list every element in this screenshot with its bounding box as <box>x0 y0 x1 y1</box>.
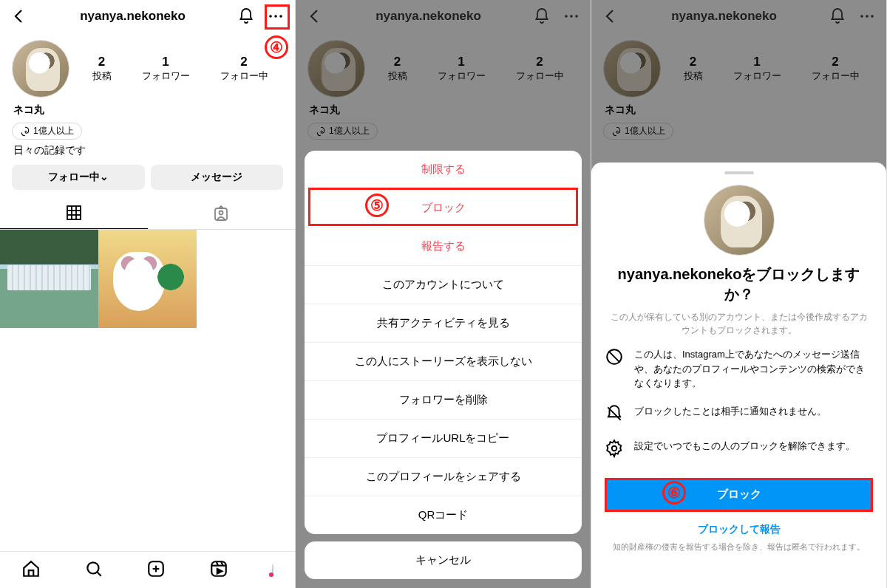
svg-line-27 <box>608 351 619 362</box>
sheet-qr-code[interactable]: QRコード <box>305 496 582 534</box>
nav-reels-icon[interactable] <box>209 559 228 581</box>
avatar <box>704 185 775 256</box>
following-button[interactable]: フォロー中⌄ <box>12 165 145 190</box>
eye-off-icon <box>605 347 624 369</box>
block-and-report-link[interactable]: ブロックして報告 <box>698 523 781 536</box>
threads-badge[interactable]: 1億人以上 <box>12 123 82 140</box>
nav-home-icon[interactable] <box>21 559 41 581</box>
block-title: nyanya.nekonekoをブロックしますか？ <box>605 264 873 304</box>
screen-1-profile: nyanya.nekoneko ④ 2 投稿 1 フォロワー 2 フォロー中 <box>0 0 296 588</box>
sheet-remove-follower[interactable]: フォロワーを削除 <box>305 381 582 420</box>
bio: 日々の記録です <box>0 141 295 165</box>
svg-point-10 <box>87 562 98 573</box>
screen-2-action-sheet: nyanya.nekoneko 2投稿 1フォロワー 2フォロー中 ネコ丸 1億… <box>296 0 591 588</box>
svg-point-1 <box>274 15 277 18</box>
sheet-shared-activity[interactable]: 共有アクティビティを見る <box>305 304 582 343</box>
header-username: nyanya.nekoneko <box>28 9 237 24</box>
profile-stats-row: 2 投稿 1 フォロワー 2 フォロー中 <box>0 33 295 100</box>
tab-tagged[interactable] <box>148 197 296 229</box>
step-marker-6: ⑥ <box>662 481 686 505</box>
screen-3-block-confirm: nyanya.nekoneko 2投稿 1フォロワー 2フォロー中 ネコ丸 1億… <box>591 0 887 588</box>
profile-tabs <box>0 197 295 230</box>
sheet-restrict[interactable]: 制限する <box>305 151 582 189</box>
nav-search-icon[interactable] <box>84 559 103 581</box>
info-row: ブロックしたことは相手に通知されません。 <box>605 404 873 425</box>
sheet-hide-story[interactable]: この人にストーリーズを表示しない <box>305 343 582 381</box>
sheet-share-profile[interactable]: このプロフィールをシェアする <box>305 458 582 496</box>
display-name: ネコ丸 <box>0 100 295 118</box>
posts-grid <box>0 230 295 328</box>
back-icon[interactable] <box>10 7 28 25</box>
action-sheet: 制限する ブロック ⑤ 報告する このアカウントについて 共有アクティビティを見… <box>305 151 582 579</box>
stat-followers[interactable]: 1 フォロワー <box>142 55 190 83</box>
sheet-copy-url[interactable]: プロフィールURLをコピー <box>305 420 582 458</box>
bell-off-icon <box>605 404 624 425</box>
stat-posts[interactable]: 2 投稿 <box>92 55 112 83</box>
bottom-nav <box>0 551 295 588</box>
post-thumbnail[interactable] <box>98 230 197 328</box>
stat-following[interactable]: 2 フォロー中 <box>220 55 268 83</box>
svg-marker-19 <box>217 569 222 574</box>
settings-icon <box>605 439 624 460</box>
nav-profile-icon[interactable] <box>272 564 273 576</box>
block-confirm-sheet: nyanya.nekonekoをブロックしますか？ この人が保有している別のアカ… <box>591 163 886 588</box>
sheet-block[interactable]: ブロック <box>305 189 582 228</box>
tab-grid[interactable] <box>0 197 148 229</box>
post-thumbnail[interactable] <box>0 230 98 328</box>
step-marker-4: ④ <box>265 35 288 59</box>
avatar[interactable] <box>12 40 69 98</box>
svg-point-29 <box>612 445 617 451</box>
svg-point-0 <box>269 15 272 18</box>
info-row: 設定でいつでもこの人のブロックを解除できます。 <box>605 439 873 460</box>
sheet-about-account[interactable]: このアカウントについて <box>305 266 582 304</box>
block-subtitle: この人が保有している別のアカウント、または今後作成するアカウントもブロックされま… <box>608 310 870 337</box>
svg-line-11 <box>97 572 101 575</box>
info-row: この人は、Instagram上であなたへのメッセージ送信や、あなたのプロフィール… <box>605 347 873 391</box>
step-marker-5: ⑤ <box>365 194 389 217</box>
svg-rect-3 <box>67 206 81 219</box>
sheet-report[interactable]: 報告する <box>305 228 582 266</box>
threads-followers-label: 1億人以上 <box>33 125 74 137</box>
disclaimer: 知的財産権の侵害を報告する場合を除き、報告は匿名で行われます。 <box>613 542 865 553</box>
sheet-cancel[interactable]: キャンセル <box>305 541 582 579</box>
nav-create-icon[interactable] <box>146 559 166 581</box>
header: nyanya.nekoneko <box>0 0 295 33</box>
block-button[interactable]: ブロック <box>605 478 873 511</box>
svg-point-9 <box>220 211 223 214</box>
message-button[interactable]: メッセージ <box>151 165 284 190</box>
sheet-grabber[interactable] <box>724 171 754 174</box>
more-icon[interactable] <box>267 7 285 25</box>
bell-icon[interactable] <box>237 7 255 25</box>
svg-point-2 <box>279 15 282 18</box>
